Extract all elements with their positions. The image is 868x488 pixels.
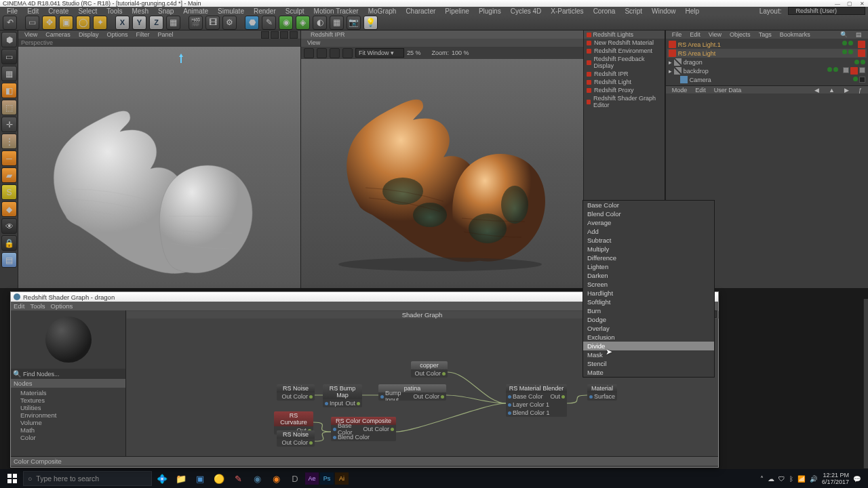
vp1-filter[interactable]: Filter bbox=[132, 31, 153, 38]
generator-button[interactable]: ◈ bbox=[296, 16, 310, 30]
object-row-backdrop[interactable]: ▸backdrop bbox=[667, 66, 867, 75]
tag-icon[interactable] bbox=[858, 41, 865, 48]
snap-button[interactable]: ▤ bbox=[1, 252, 17, 268]
menu-motiontracker[interactable]: Motion Tracker bbox=[310, 7, 363, 15]
nav-zoom-icon[interactable] bbox=[271, 31, 279, 39]
ipr-view-menu[interactable]: View bbox=[304, 39, 323, 46]
tray-shield-icon[interactable]: 🛡 bbox=[778, 475, 785, 483]
menu-tools[interactable]: Tools bbox=[102, 7, 126, 15]
menu-create[interactable]: Create bbox=[44, 7, 73, 15]
viewport-solo-button[interactable]: 👁 bbox=[1, 218, 17, 234]
rs-item-newmat[interactable]: New Redshift Material bbox=[584, 39, 665, 47]
rs-item-feedback[interactable]: Redshift Feedback Display bbox=[584, 55, 665, 70]
viewport-ipr[interactable]: Redshift IPR View Fit Window ▾ 25 % Zoom… bbox=[301, 30, 583, 288]
tree-color[interactable]: Color bbox=[15, 434, 121, 441]
object-row-arealight[interactable]: RS Area Light bbox=[667, 49, 867, 58]
coord-button[interactable]: ▦ bbox=[166, 16, 180, 30]
taskbar-app-icon[interactable]: ✎ bbox=[229, 470, 247, 487]
om-search-icon[interactable]: 🔍 bbox=[837, 31, 851, 38]
blend-mode-dropdown[interactable]: Base ColorBlend ColorAverageAddSubtractM… bbox=[583, 200, 715, 378]
menu-cycles4d[interactable]: Cycles 4D bbox=[507, 7, 546, 15]
camera-button[interactable]: 📷 bbox=[347, 16, 361, 30]
menu-snap[interactable]: Snap bbox=[154, 7, 178, 15]
om-filter-icon[interactable]: ▤ bbox=[852, 31, 865, 38]
om-objects[interactable]: Objects bbox=[726, 31, 754, 38]
tree-environment[interactable]: Environment bbox=[15, 411, 121, 419]
last-tool-button[interactable]: ✦ bbox=[93, 16, 107, 30]
poly-mode-button[interactable]: ▰ bbox=[1, 167, 17, 183]
object-row-camera[interactable]: Camera bbox=[667, 75, 867, 84]
tree-textures[interactable]: Textures bbox=[15, 396, 121, 404]
menu-mograph[interactable]: MoGraph bbox=[364, 7, 401, 15]
tray-wifi-icon[interactable]: 📶 bbox=[797, 475, 806, 483]
blend-option-add[interactable]: Add bbox=[583, 227, 714, 236]
rs-item-env[interactable]: Redshift Environment bbox=[584, 47, 665, 55]
vp1-view[interactable]: View bbox=[21, 31, 41, 38]
taskbar-ae-icon[interactable]: Ae bbox=[305, 472, 319, 485]
object-mode-button[interactable]: ⬚ bbox=[1, 100, 17, 115]
pen-tool-button[interactable]: ✎ bbox=[262, 16, 276, 30]
nav-max-icon[interactable] bbox=[290, 31, 298, 39]
taskbar-chrome-icon[interactable]: 🟡 bbox=[210, 470, 228, 487]
attribute-manager-menubar[interactable]: Mode Edit User Data ◀▲▶ƒ bbox=[666, 85, 868, 94]
menu-help[interactable]: Help bbox=[682, 7, 704, 15]
taskbar-app-icon[interactable]: ▣ bbox=[191, 470, 209, 487]
sw-options[interactable]: Options bbox=[51, 302, 73, 310]
main-menubar[interactable]: File Edit Create Select Tools Mesh Snap … bbox=[0, 7, 868, 15]
blend-option-dodge[interactable]: Dodge bbox=[583, 315, 714, 324]
rs-item-ipr[interactable]: Redshift IPR bbox=[584, 70, 665, 78]
menu-character[interactable]: Character bbox=[401, 7, 439, 15]
tag-icon[interactable] bbox=[859, 67, 865, 73]
live-select-button[interactable]: ▭ bbox=[25, 16, 39, 30]
sw-tools[interactable]: Tools bbox=[30, 302, 45, 310]
scrollbar[interactable] bbox=[863, 299, 868, 468]
close-icon[interactable]: ✕ bbox=[859, 1, 865, 7]
graph-node-copper[interactable]: copperOut Color bbox=[411, 361, 448, 378]
object-tree[interactable]: RS Area Light.1 RS Area Light ▸dragon ▸b… bbox=[666, 39, 868, 85]
point-mode-button[interactable]: ⋮ bbox=[1, 134, 17, 149]
om-file[interactable]: File bbox=[669, 31, 686, 38]
taskbar-ps-icon[interactable]: Ps bbox=[320, 472, 334, 485]
vp1-cameras[interactable]: Cameras bbox=[42, 31, 74, 38]
tree-utilities[interactable]: Utilities bbox=[15, 404, 121, 411]
tree-volume[interactable]: Volume bbox=[15, 419, 121, 426]
subdivision-button[interactable]: ◉ bbox=[279, 16, 293, 30]
uv-mode-button[interactable]: ◆ bbox=[1, 201, 17, 217]
ren-dot-icon[interactable] bbox=[848, 49, 853, 54]
sw-edit[interactable]: Edit bbox=[14, 302, 24, 310]
om-view[interactable]: View bbox=[705, 31, 725, 38]
menu-xparticles[interactable]: X-Particles bbox=[547, 7, 587, 15]
blend-option-exclusion[interactable]: Exclusion bbox=[583, 333, 714, 342]
deformer-button[interactable]: ◐ bbox=[313, 16, 327, 30]
rs-item-shadergraph[interactable]: Redshift Shader Graph Editor bbox=[584, 94, 665, 109]
blend-option-burn[interactable]: Burn bbox=[583, 306, 714, 315]
ren-dot-icon[interactable] bbox=[848, 41, 853, 45]
am-userdata[interactable]: User Data bbox=[711, 87, 745, 94]
vp1-panel[interactable]: Panel bbox=[154, 31, 176, 38]
viewcam-icon[interactable] bbox=[859, 77, 865, 83]
blend-option-stencil[interactable]: Stencil bbox=[583, 359, 714, 368]
menu-plugins[interactable]: Plugins bbox=[475, 7, 505, 15]
vis-dot-icon[interactable] bbox=[842, 41, 847, 45]
taskbar-houdini-icon[interactable]: ◉ bbox=[267, 470, 285, 487]
nav-rotate-icon[interactable] bbox=[280, 31, 288, 39]
menu-mesh[interactable]: Mesh bbox=[128, 7, 153, 15]
render-pv-button[interactable]: 🎞 bbox=[205, 16, 220, 30]
graph-node-mat[interactable]: MaterialSurface bbox=[587, 384, 617, 401]
render-settings-button[interactable]: ⚙ bbox=[222, 16, 237, 30]
mode-palette[interactable]: ⬢ ▭ ▦ ◧ ⬚ ✛ ⋮ ─ ▰ S ◆ 👁 🔒 ▤ bbox=[0, 30, 18, 288]
ipr-stop-button[interactable] bbox=[304, 48, 314, 58]
nodes-tree[interactable]: Materials Textures Utilities Environment… bbox=[11, 388, 125, 456]
vis-dot-icon[interactable] bbox=[854, 60, 859, 64]
y-axis-button[interactable]: Y bbox=[132, 16, 146, 30]
tray-up-icon[interactable]: ˄ bbox=[760, 475, 764, 483]
vis-dot-icon[interactable] bbox=[842, 49, 847, 54]
graph-node-patina[interactable]: patinaBump InputOut Color bbox=[378, 384, 446, 401]
menu-file[interactable]: File bbox=[3, 7, 22, 15]
am-back-icon[interactable]: ◀ bbox=[811, 87, 823, 94]
ren-dot-icon[interactable] bbox=[833, 67, 838, 72]
lock-button[interactable]: 🔒 bbox=[1, 235, 17, 251]
ipr-canvas[interactable] bbox=[301, 59, 583, 288]
rs-item-proxy[interactable]: Redshift Proxy bbox=[584, 86, 665, 94]
menu-script[interactable]: Script bbox=[620, 7, 646, 15]
